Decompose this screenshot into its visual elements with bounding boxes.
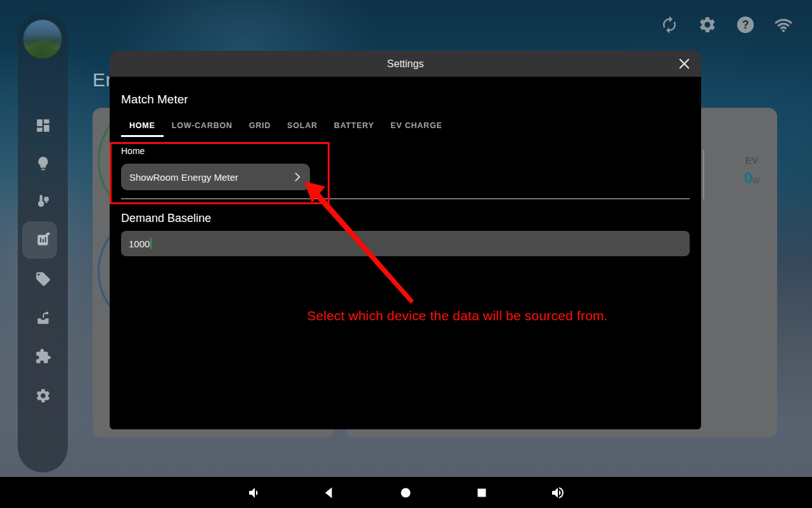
settings-button[interactable] (698, 15, 717, 34)
close-button[interactable] (677, 56, 692, 71)
section-title: Match Meter (121, 93, 188, 107)
sidebar-item-dashboard[interactable] (35, 117, 51, 134)
tab-battery[interactable]: BATTERY (326, 116, 382, 137)
home-button[interactable] (398, 485, 413, 500)
ev-watts: 0 (744, 169, 752, 186)
back-button[interactable] (321, 485, 337, 500)
settings-gear-icon (35, 388, 51, 404)
settings-modal: Settings Match Meter HOME LOW-CARBON GRI… (110, 51, 701, 429)
integrations-puzzle-icon (35, 348, 51, 365)
help-icon: ? (736, 15, 755, 34)
modal-header: Settings (110, 51, 701, 77)
tab-home[interactable]: HOME (121, 116, 164, 137)
svg-text:?: ? (742, 18, 749, 31)
tab-grid[interactable]: GRID (241, 116, 279, 137)
volume-up-icon (550, 485, 565, 500)
sidebar-item-tags[interactable] (35, 271, 51, 287)
sync-icon (660, 15, 679, 34)
section-divider (121, 199, 690, 199)
home-circle-icon (398, 485, 413, 500)
energy-chart-icon (35, 231, 51, 248)
chevron-right-icon (291, 171, 304, 183)
card-divider (703, 150, 704, 199)
volume-up-button[interactable] (550, 485, 565, 500)
home-meter-dropdown[interactable]: ShowRoom Energy Meter (121, 164, 310, 190)
tab-low-carbon[interactable]: LOW-CARBON (164, 116, 241, 137)
tab-bar: HOME LOW-CARBON GRID SOLAR BATTERY EV CH… (121, 116, 451, 137)
ev-value: 0W (723, 169, 777, 187)
demand-baseline-value: 1000 (129, 238, 150, 249)
sidebar-item-settings[interactable] (35, 388, 51, 404)
sidebar-item-lighting[interactable] (35, 155, 51, 172)
back-icon (321, 485, 337, 500)
lightbulb-icon (35, 155, 51, 172)
help-button[interactable]: ? (736, 15, 755, 34)
wifi-indicator[interactable] (774, 15, 793, 34)
ev-readout: EV 0W (723, 155, 777, 187)
modal-title: Settings (387, 58, 424, 70)
volume-down-button[interactable] (246, 485, 261, 500)
dashboard-icon (35, 117, 51, 134)
sidebar-item-integrations[interactable] (35, 348, 51, 365)
sidebar (18, 13, 68, 472)
close-x-icon (677, 56, 692, 71)
settings-gear-icon (698, 15, 717, 34)
demand-baseline-label: Demand Baseline (121, 212, 211, 225)
recents-button[interactable] (474, 485, 489, 500)
wifi-icon (774, 15, 793, 34)
sidebar-item-scenes[interactable] (35, 310, 51, 327)
demand-baseline-input[interactable]: 1000 (121, 231, 690, 256)
avatar[interactable] (23, 20, 62, 59)
home-meter-value: ShowRoom Energy Meter (129, 172, 291, 183)
text-cursor (150, 238, 151, 249)
climate-icon (35, 193, 51, 210)
volume-down-icon (246, 485, 261, 500)
tab-ev-charge[interactable]: EV CHARGE (382, 116, 451, 137)
scene-lamp-icon (35, 310, 51, 327)
recents-square-icon (474, 485, 489, 500)
tag-icon (35, 271, 51, 287)
sidebar-item-climate[interactable] (35, 193, 51, 210)
android-nav-bar (0, 477, 812, 508)
home-field-label: Home (121, 146, 145, 156)
sidebar-item-energy[interactable] (35, 231, 51, 248)
ev-label: EV (723, 155, 777, 166)
sync-button[interactable] (660, 15, 679, 34)
ev-unit: W (752, 176, 760, 185)
tab-solar[interactable]: SOLAR (279, 116, 326, 137)
